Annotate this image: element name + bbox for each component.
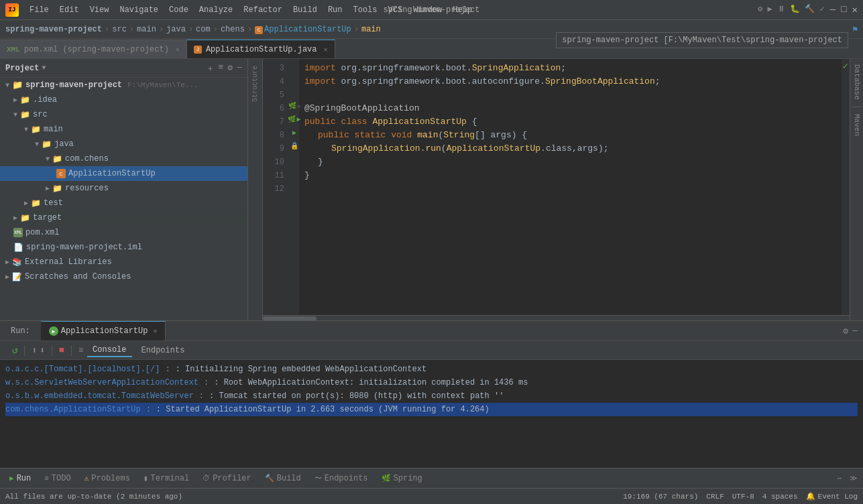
maximize-button[interactable]: □ <box>841 4 846 15</box>
console-sep-1: : <box>165 363 170 376</box>
toolbar-spring[interactable]: 🌿 Spring <box>375 469 429 488</box>
tree-scratches[interactable]: ▶ 📝 Scratches and Consoles <box>0 269 247 284</box>
spring-gutter-icon[interactable]: 🌿 <box>288 102 296 110</box>
menu-run[interactable]: Run <box>324 4 347 16</box>
tree-com-chens[interactable]: ▼ 📁 com.chens <box>0 151 247 166</box>
breadcrumb-java[interactable]: java <box>166 25 186 34</box>
bookmark-gutter[interactable]: ▶ <box>292 129 296 137</box>
rerun-icon[interactable]: ↺ <box>12 344 17 356</box>
console-msg-4: : Started ApplicationStartUp in 2.663 se… <box>156 403 490 416</box>
run-tab-close[interactable]: ✕ <box>153 327 157 335</box>
tree-java[interactable]: ▼ 📁 java <box>0 137 247 151</box>
toolbar-run[interactable]: ▶ Run <box>3 469 38 488</box>
project-name: spring-maven-project <box>25 80 122 90</box>
minimize-button[interactable]: — <box>830 4 836 15</box>
scroll-up-icon[interactable]: ⬆ <box>32 345 37 356</box>
breadcrumb-method[interactable]: main <box>361 25 381 34</box>
tree-idea[interactable]: ▶ 📁 .idea <box>0 92 247 107</box>
scroll-down-icon[interactable]: ⬇ <box>40 345 45 356</box>
expand-icon: ▶ <box>24 199 28 207</box>
status-bar: All files are up-to-date (2 minutes ago)… <box>0 488 863 504</box>
breadcrumb-project[interactable]: spring-maven-project <box>5 25 102 34</box>
tree-resources[interactable]: ▶ 📁 resources <box>0 181 247 196</box>
more-toolbar-icon[interactable]: ≫ <box>847 474 860 483</box>
breadcrumb-com[interactable]: com <box>196 25 211 34</box>
sidebar-title: Project ▼ <box>5 64 46 73</box>
navigation-icon[interactable]: ⚑ <box>852 24 858 35</box>
sidebar-add-icon[interactable]: ＋ <box>206 62 215 74</box>
endpoints-tab[interactable]: Endpoints <box>136 344 190 357</box>
cursor-position[interactable]: 19:169 (67 chars) <box>623 493 698 501</box>
structure-label[interactable]: Structure <box>250 62 260 106</box>
menu-refactor[interactable]: Refactor <box>239 4 286 16</box>
breadcrumb-chens[interactable]: chens <box>221 25 245 34</box>
event-log[interactable]: 🔔 Event Log <box>806 492 858 501</box>
editor-horizontal-scrollbar[interactable] <box>263 315 850 320</box>
maven-label[interactable]: Maven <box>852 109 862 141</box>
tree-external-libs[interactable]: ▶ 📚 External Libraries <box>0 255 247 269</box>
tree-test[interactable]: ▶ 📁 test <box>0 196 247 210</box>
tab-pom[interactable]: XML pom.xml (spring-maven-project) ✕ <box>0 40 187 58</box>
tree-app-startup[interactable]: C ApplicationStartUp <box>0 166 247 181</box>
breadcrumb-class[interactable]: CApplicationStartUp <box>255 25 351 34</box>
todo-icon: ≡ <box>44 475 49 483</box>
java-file-icon: J <box>194 46 202 54</box>
toolbar-problems[interactable]: ⚠ Problems <box>78 469 137 488</box>
breadcrumb-src[interactable]: src <box>112 25 127 34</box>
code-line-4: import org.springframework.boot.autoconf… <box>304 75 842 88</box>
toolbar-terminal[interactable]: ▮ Terminal <box>137 469 196 488</box>
tree-iml[interactable]: 📄 spring-maven-project.iml <box>0 240 247 255</box>
gutter-9: 🔒 <box>290 139 299 153</box>
spring-icon: 🌿 <box>382 474 391 483</box>
toolbar-endpoints[interactable]: 〜 Endpoints <box>308 469 375 488</box>
menu-edit[interactable]: Edit <box>56 4 83 16</box>
menu-build[interactable]: Build <box>289 4 321 16</box>
menu-analyze[interactable]: Analyze <box>195 4 237 16</box>
menu-tools[interactable]: Tools <box>349 4 382 16</box>
menu-file[interactable]: File <box>25 4 53 16</box>
minimize-panel-icon[interactable]: — <box>852 326 858 336</box>
toolbar-profiler[interactable]: ⏱ Profiler <box>196 469 258 488</box>
tab-pom-close[interactable]: ✕ <box>176 46 180 54</box>
sidebar-minimize-icon[interactable]: — <box>237 62 242 74</box>
tab-app-close[interactable]: ✕ <box>324 46 328 54</box>
database-label[interactable]: Database <box>852 59 862 105</box>
console-tab[interactable]: Console <box>87 344 131 357</box>
indent-setting[interactable]: 4 spaces <box>762 493 798 501</box>
tree-main[interactable]: ▼ 📁 main <box>0 122 247 137</box>
fold-gutter[interactable]: 🔒 <box>290 142 298 150</box>
tree-pom[interactable]: XML pom.xml <box>0 225 247 240</box>
editor-scrollbar[interactable]: ✓ <box>842 59 850 315</box>
tree-src[interactable]: ▼ 📁 src <box>0 107 247 122</box>
tab-app[interactable]: J ApplicationStartUp.java ✕ <box>187 40 335 58</box>
stop-icon[interactable]: ■ <box>59 345 64 355</box>
sidebar-gear-icon[interactable]: ⚙ <box>227 62 233 74</box>
code-content[interactable]: import org.springframework.boot.SpringAp… <box>299 59 842 315</box>
menu-navigate[interactable]: Navigate <box>115 4 162 16</box>
menu-code[interactable]: Code <box>165 4 192 16</box>
project-dropdown-arrow[interactable]: ▼ <box>42 64 46 72</box>
expand-icon: ▶ <box>46 184 50 192</box>
toolbar-build[interactable]: 🔨 Build <box>258 469 308 488</box>
sidebar-collapse-icon[interactable]: ≡ <box>219 62 224 74</box>
settings-icon[interactable]: ⚙ <box>843 326 848 336</box>
scroll-icons: ⬆ ⬇ <box>32 345 45 356</box>
code-area: 3 4 5 6 7 8 9 10 11 12 🌿 ⬦ <box>263 59 850 315</box>
breadcrumb-main[interactable]: main <box>137 25 156 34</box>
toolbar-todo[interactable]: ≡ TODO <box>38 469 77 488</box>
profiler-icon: ⏱ <box>203 474 210 483</box>
console-toolbar: ↺ ⬆ ⬇ ■ ≡ Console Endpoints <box>0 341 863 360</box>
line-ending[interactable]: CRLF <box>706 493 724 501</box>
java-folder-icon: 📁 <box>42 139 52 149</box>
menu-view[interactable]: View <box>86 4 113 16</box>
expand-toolbar-icon[interactable]: ⋯ <box>831 474 847 483</box>
tree-project-root[interactable]: ▼ 📁 spring-maven-project F:\MyMaven\Te..… <box>0 78 247 92</box>
run-tab-app[interactable]: ▶ ApplicationStartUp ✕ <box>41 321 166 340</box>
tree-target[interactable]: ▶ 📁 target <box>0 210 247 225</box>
expand-icon: ▼ <box>5 82 9 89</box>
more-icon[interactable]: ≡ <box>78 346 83 355</box>
encoding[interactable]: UTF-8 <box>732 493 754 501</box>
code-line-12 <box>304 182 842 196</box>
problems-label: Problems <box>91 474 130 483</box>
close-button[interactable]: ✕ <box>852 4 858 15</box>
